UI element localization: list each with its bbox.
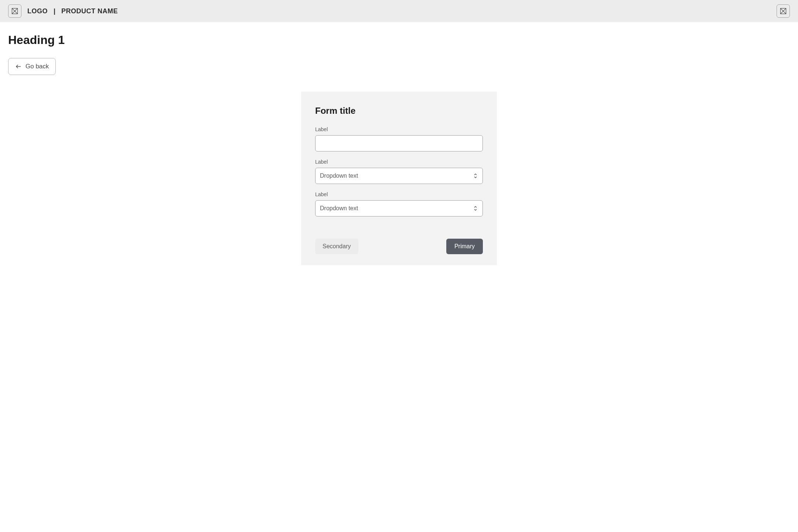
form-label: Label bbox=[315, 191, 483, 197]
secondary-button[interactable]: Secondary bbox=[315, 239, 358, 254]
chevron-up-down-icon bbox=[473, 173, 478, 179]
form-field-dropdown: Label Dropdown text bbox=[315, 159, 483, 184]
header-left: LOGO | PRODUCT NAME bbox=[8, 4, 118, 18]
product-name: PRODUCT NAME bbox=[61, 7, 118, 15]
placeholder-icon bbox=[11, 7, 18, 15]
go-back-label: Go back bbox=[25, 63, 49, 70]
logo-icon-box[interactable] bbox=[8, 4, 21, 18]
dropdown-select[interactable]: Dropdown text bbox=[315, 200, 483, 216]
form-title: Form title bbox=[315, 106, 483, 116]
dropdown-select[interactable]: Dropdown text bbox=[315, 168, 483, 184]
primary-button[interactable]: Primary bbox=[446, 239, 483, 254]
placeholder-icon bbox=[780, 7, 787, 15]
logo-text: LOGO bbox=[27, 7, 48, 15]
form-label: Label bbox=[315, 159, 483, 165]
go-back-button[interactable]: Go back bbox=[8, 58, 56, 75]
chevron-up-down-icon bbox=[473, 205, 478, 212]
dropdown-value: Dropdown text bbox=[320, 205, 358, 212]
page-heading: Heading 1 bbox=[8, 33, 790, 47]
form-field-dropdown: Label Dropdown text bbox=[315, 191, 483, 216]
dropdown-value: Dropdown text bbox=[320, 173, 358, 179]
form-actions: Secondary Primary bbox=[315, 239, 483, 254]
form-field-text: Label bbox=[315, 126, 483, 151]
arrow-left-icon bbox=[15, 63, 22, 70]
form-label: Label bbox=[315, 126, 483, 132]
form-card: Form title Label Label Dropdown text Lab… bbox=[301, 92, 497, 265]
page-content: Heading 1 Go back Form title Label Label… bbox=[0, 22, 798, 276]
header-divider: | bbox=[54, 7, 55, 15]
app-header: LOGO | PRODUCT NAME bbox=[0, 0, 798, 22]
text-input[interactable] bbox=[315, 135, 483, 151]
header-action-button[interactable] bbox=[777, 4, 790, 18]
